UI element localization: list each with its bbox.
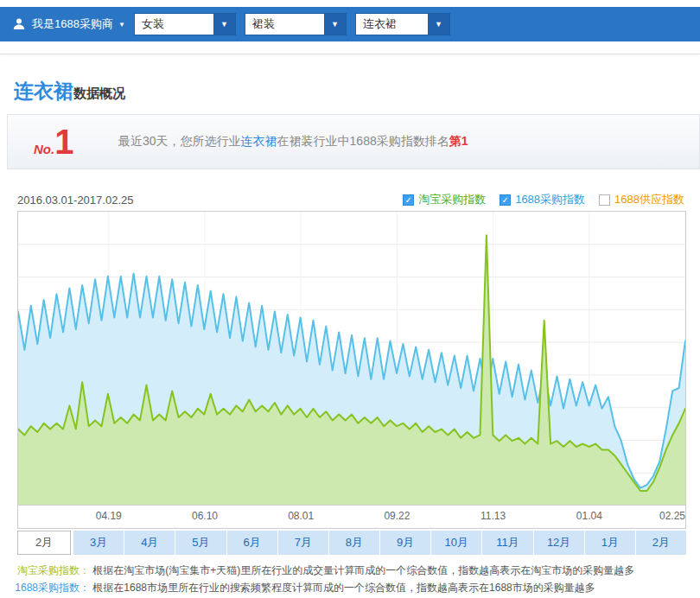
month-tab[interactable]: 2月 xyxy=(636,531,686,555)
month-tab[interactable]: 6月 xyxy=(227,531,278,555)
rank-banner-text: 最近30天，您所选行业连衣裙在裙装行业中1688采购指数排名第1 xyxy=(118,134,468,150)
page: 我是1688采购商 ▼ 女装 ▼ 裙装 ▼ 连衣裙 ▼ 连衣裙数据概况 No. … xyxy=(0,0,700,598)
x-tick-label: 04.19 xyxy=(96,510,122,522)
title-keyword: 连衣裙 xyxy=(14,80,73,102)
category-dropdown-level1[interactable]: 女装 ▼ xyxy=(134,13,236,35)
legend-taobao-purchase-index[interactable]: 淘宝采购指数 xyxy=(403,192,486,207)
x-axis-labels: 04.19 06.10 08.01 09.22 11.13 01.04 02.2… xyxy=(18,506,685,527)
top-header: 我是1688采购商 ▼ 女装 ▼ 裙装 ▼ 连衣裙 ▼ xyxy=(0,7,700,41)
month-tab[interactable]: 12月 xyxy=(534,531,585,555)
banner-rank-highlight: 第1 xyxy=(449,134,468,148)
chart-legend: 淘宝采购指数 1688采购指数 1688供应指数 xyxy=(403,192,684,207)
banner-segment: 最近30天，您所选行业 xyxy=(118,134,241,148)
month-tab[interactable]: 10月 xyxy=(431,531,482,555)
chevron-down-icon: ▼ xyxy=(118,21,125,29)
legend-1688-purchase-index[interactable]: 1688采购指数 xyxy=(500,192,585,207)
month-tab[interactable]: 9月 xyxy=(380,531,431,555)
user-menu[interactable]: 我是1688采购商 ▼ xyxy=(12,16,125,32)
month-tab[interactable]: 8月 xyxy=(329,531,380,555)
header-divider xyxy=(0,54,700,54)
rank-no-prefix: No. xyxy=(34,142,54,156)
date-range-label: 2016.03.01-2017.02.25 xyxy=(17,194,133,207)
index-descriptions: 淘宝采购指数： 根据在淘宝市场(淘宝集市+天猫)里所在行业的成交量计算而成的一个… xyxy=(14,562,688,596)
dropdown-value: 裙装 xyxy=(245,16,324,32)
month-current-dropdown[interactable]: 2月 xyxy=(17,531,71,555)
x-tick-label: 06.10 xyxy=(192,510,218,522)
title-suffix: 数据概况 xyxy=(73,86,125,100)
taobao-index-description: 淘宝采购指数： 根据在淘宝市场(淘宝集市+天猫)里所在行业的成交量计算而成的一个… xyxy=(14,562,688,579)
chevron-down-icon: ▼ xyxy=(428,14,449,35)
checkbox-icon[interactable] xyxy=(500,194,511,206)
checkbox-icon[interactable] xyxy=(599,194,610,206)
rank-number: No. 1 xyxy=(34,124,103,159)
month-tab[interactable]: 7月 xyxy=(278,531,329,555)
month-tab[interactable]: 11月 xyxy=(482,531,533,555)
x-tick-label: 02.25 xyxy=(659,510,685,522)
chevron-down-icon: ▼ xyxy=(324,14,346,35)
chart-meta-row: 2016.03.01-2017.02.25 淘宝采购指数 1688采购指数 16… xyxy=(17,192,684,207)
category-dropdown-level2[interactable]: 裙装 ▼ xyxy=(245,13,347,35)
user-menu-label: 我是1688采购商 xyxy=(32,16,113,32)
rank-banner: No. 1 最近30天，您所选行业连衣裙在裙装行业中1688采购指数排名第1 xyxy=(7,114,700,169)
alibaba-index-description: 1688采购指数： 根据在1688市场里所在行业的搜索频繁程度计算而成的一个综合… xyxy=(14,579,688,596)
x-tick-label: 11.13 xyxy=(480,510,506,522)
rank-no-value: 1 xyxy=(54,124,73,159)
x-tick-label: 09.22 xyxy=(384,510,410,522)
x-tick-label: 08.01 xyxy=(288,510,314,522)
month-tab[interactable]: 4月 xyxy=(124,531,175,555)
chevron-down-icon: ▼ xyxy=(213,14,235,35)
legend-1688-supply-index[interactable]: 1688供应指数 xyxy=(599,192,684,207)
dropdown-value: 连衣裙 xyxy=(356,16,428,32)
month-selector: 2月 3月 4月 5月 6月 7月 8月 9月 10月 11月 12月 1月 2… xyxy=(17,531,686,555)
chart-canvas xyxy=(18,212,685,506)
category-dropdown-level3[interactable]: 连衣裙 ▼ xyxy=(355,13,450,35)
banner-keyword-link[interactable]: 连衣裙 xyxy=(241,134,277,148)
x-tick-label: 01.04 xyxy=(576,510,602,522)
checkbox-icon[interactable] xyxy=(403,194,414,206)
page-title: 连衣裙数据概况 xyxy=(14,78,125,105)
index-trend-chart: 04.19 06.10 08.01 09.22 11.13 01.04 02.2… xyxy=(17,211,686,529)
month-tab[interactable]: 5月 xyxy=(175,531,226,555)
banner-segment: 在裙装行业中1688采购指数排名 xyxy=(277,134,449,148)
dropdown-value: 女装 xyxy=(135,16,213,32)
month-tab[interactable]: 1月 xyxy=(585,531,636,555)
person-icon xyxy=(12,17,26,31)
month-cells: 3月 4月 5月 6月 7月 8月 9月 10月 11月 12月 1月 2月 xyxy=(73,531,686,555)
month-tab[interactable]: 3月 xyxy=(73,531,124,555)
